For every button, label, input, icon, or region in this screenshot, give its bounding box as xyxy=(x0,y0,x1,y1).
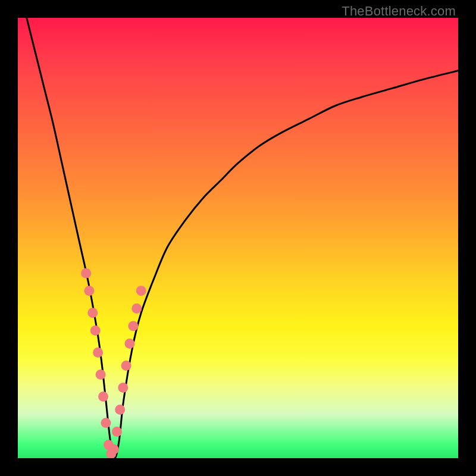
watermark-text: TheBottleneck.com xyxy=(342,4,456,19)
highlight-dot xyxy=(96,369,106,380)
highlight-dot xyxy=(98,392,108,402)
highlight-dot xyxy=(131,303,142,314)
highlight-dot xyxy=(124,339,134,349)
highlight-dot xyxy=(93,347,103,358)
highlight-dot xyxy=(109,444,119,455)
highlight-dot xyxy=(101,418,111,428)
highlight-dot xyxy=(136,286,146,296)
bottleneck-curve xyxy=(27,18,458,458)
highlight-dot xyxy=(87,308,98,318)
highlight-dot xyxy=(128,321,138,331)
highlight-dot xyxy=(90,325,101,336)
highlight-dot xyxy=(112,427,122,437)
highlight-dot xyxy=(81,268,91,278)
highlight-dot xyxy=(121,361,131,371)
highlight-dot xyxy=(84,286,94,296)
highlight-dot xyxy=(115,405,125,415)
chart-frame: TheBottleneck.com xyxy=(0,0,476,476)
plot-area xyxy=(18,18,458,458)
highlight-dot xyxy=(118,383,128,393)
chart-svg xyxy=(18,18,458,458)
